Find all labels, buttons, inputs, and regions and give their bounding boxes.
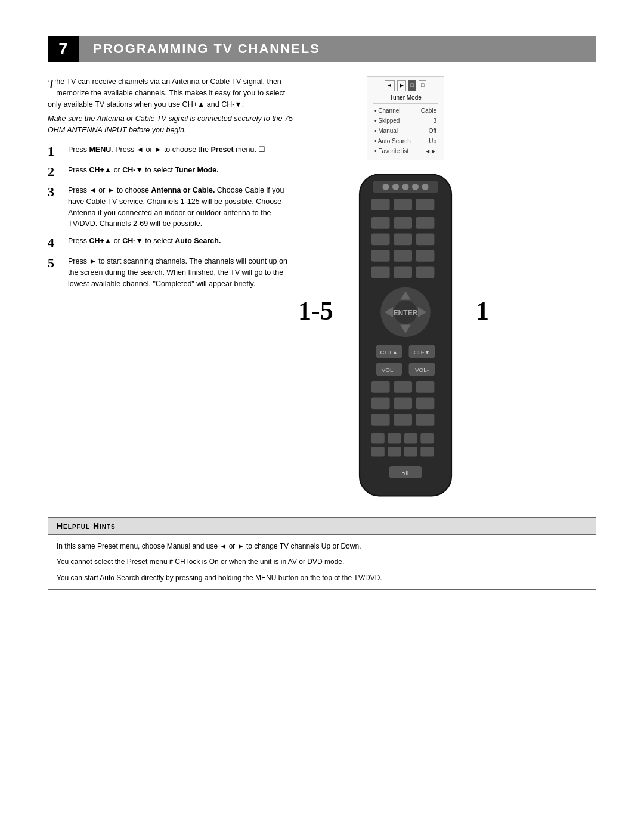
hints-title: Helpful Hints [48,518,596,535]
svg-rect-17 [394,250,412,262]
page-number: 1 [476,296,489,326]
svg-text:CH+▲: CH+▲ [380,348,398,355]
svg-rect-53 [420,447,434,457]
svg-rect-19 [371,266,390,278]
hint-2: You cannot select the Preset menu if CH … [57,556,587,568]
svg-rect-10 [371,217,390,229]
svg-rect-45 [416,414,435,426]
page-label: 1-5 [298,296,333,326]
step-number-5: 5 [48,256,62,270]
step-content-1: Press MENU. Press ◄ or ► to choose the P… [68,144,265,156]
right-column: ◄ ▶ □ □ Tuner Mode • Channel Cable • Ski… [310,76,501,499]
svg-rect-50 [371,447,385,457]
hints-content: In this same Preset menu, choose Manual … [48,535,596,590]
step-number-3: 3 [48,185,62,199]
step-content-4: Press CH+▲ or CH-▼ to select Auto Search… [68,236,221,247]
svg-text:VOL-: VOL- [415,366,429,373]
left-column: The TV can receive channels via an Anten… [48,76,298,499]
hint-1: In this same Preset menu, choose Manual … [57,541,587,552]
intro-paragraph1: The TV can receive channels via an Anten… [48,76,298,110]
svg-point-6 [422,183,429,190]
svg-rect-18 [416,250,435,262]
intro-text: The TV can receive channels via an Anten… [48,76,298,136]
screen-title: Tuner Mode [373,93,438,104]
step-number-4: 4 [48,236,62,250]
step-number-2: 2 [48,165,62,179]
hint-3: You can start Auto Search directly by pr… [57,572,587,584]
steps: 1 Press MENU. Press ◄ or ► to choose the… [48,144,298,290]
remote-control: ENTER CH+▲ CH-▼ VOL+ [340,171,471,499]
step-5: 5 Press ► to start scanning channels. Th… [48,256,298,289]
svg-rect-52 [404,447,417,457]
svg-rect-49 [420,433,434,444]
svg-rect-15 [416,233,435,245]
svg-rect-13 [371,233,390,245]
screen-display: ◄ ▶ □ □ Tuner Mode • Channel Cable • Ski… [367,76,444,160]
page: 7 PROGRAMMING TV CHANNELS The TV can rec… [0,0,644,833]
remote-wrapper: 1-5 1 [340,171,471,499]
intro-block: The TV can receive channels via an Anten… [48,76,298,136]
screen-row: • Auto Search Up [373,136,438,146]
svg-point-3 [392,183,399,190]
svg-rect-43 [371,414,390,426]
svg-rect-37 [371,381,390,393]
svg-text:VOL+: VOL+ [382,366,397,373]
svg-rect-39 [416,381,435,393]
svg-text:CH-▼: CH-▼ [414,348,430,355]
screen-row: • Skipped 3 [373,116,438,126]
svg-point-5 [412,183,419,190]
svg-rect-44 [394,414,412,426]
svg-rect-9 [416,199,435,210]
screen-row: • Favorite list ◄► [373,146,438,156]
svg-rect-16 [371,250,390,262]
svg-rect-20 [394,266,412,278]
svg-rect-48 [404,433,417,444]
intro-paragraph2: Make sure the Antenna or Cable TV signal… [48,113,298,136]
svg-text:ENTER: ENTER [394,309,418,317]
svg-rect-46 [371,433,385,444]
step-3: 3 Press ◄ or ► to choose Antenna or Cabl… [48,185,298,230]
step-content-5: Press ► to start scanning channels. The … [68,256,298,289]
svg-rect-14 [394,233,412,245]
svg-rect-38 [394,381,412,393]
svg-rect-42 [416,397,435,409]
step-content-2: Press CH+▲ or CH-▼ to select Tuner Mode. [68,165,219,176]
svg-rect-21 [416,266,435,278]
step-1: 1 Press MENU. Press ◄ or ► to choose the… [48,144,298,159]
svg-rect-47 [388,433,401,444]
svg-text:•/II: •/II [402,470,408,476]
screen-row: • Manual Off [373,126,438,136]
step-4: 4 Press CH+▲ or CH-▼ to select Auto Sear… [48,236,298,250]
screen-icons: ◄ ▶ □ □ [373,80,438,91]
svg-rect-12 [416,217,435,229]
svg-point-2 [383,183,389,190]
screen-table: • Channel Cable • Skipped 3 • Manual Off… [373,106,438,156]
svg-rect-8 [394,199,412,210]
step-2: 2 Press CH+▲ or CH-▼ to select Tuner Mod… [48,165,298,179]
svg-point-4 [402,183,409,190]
chapter-title: PROGRAMMING TV CHANNELS [79,36,596,62]
main-content: The TV can receive channels via an Anten… [48,76,596,499]
svg-rect-7 [371,199,390,210]
svg-rect-41 [394,397,412,409]
svg-rect-11 [394,217,412,229]
chapter-number: 7 [48,36,79,62]
screen-row: • Channel Cable [373,106,438,116]
title-bar: 7 PROGRAMMING TV CHANNELS [48,36,596,62]
hints-box: Helpful Hints In this same Preset menu, … [48,517,596,590]
svg-rect-51 [388,447,401,457]
svg-rect-40 [371,397,390,409]
step-content-3: Press ◄ or ► to choose Antenna or Cable.… [68,185,298,230]
step-number-1: 1 [48,144,62,159]
